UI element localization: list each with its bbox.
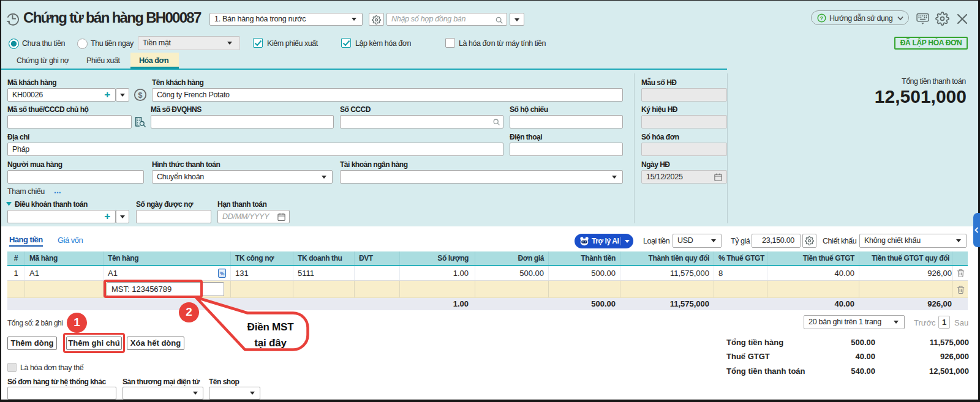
svg-text:$: $ (138, 91, 143, 100)
svg-text:?: ? (820, 15, 823, 21)
svg-text:%: % (220, 270, 225, 277)
